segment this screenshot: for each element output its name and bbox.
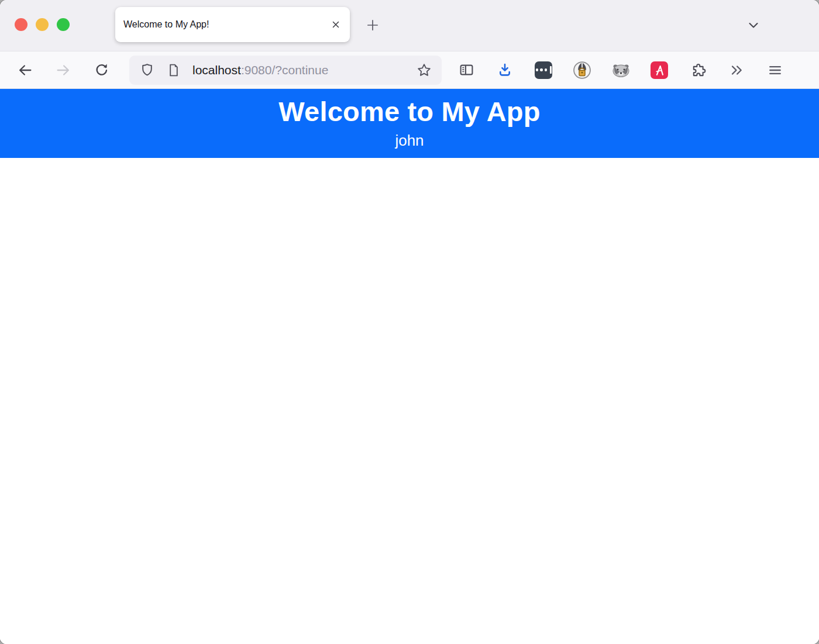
browser-window: Welcome to My App! [0,0,819,644]
downloads-button[interactable] [493,58,517,82]
url-host: localhost [192,63,241,77]
star-icon [417,63,432,78]
page-content: Welcome to My App john [0,89,819,644]
puzzle-piece-icon [690,62,706,78]
bookmark-button[interactable] [412,58,436,82]
tab-bar: Welcome to My App! [0,0,819,51]
red-a-extension-button[interactable] [648,58,671,82]
app-menu-button[interactable] [763,58,787,82]
privacy-lock-extension-icon [573,61,591,80]
toolbar-right-icons [455,58,787,82]
tracking-protection-button[interactable] [137,61,156,80]
password-manager-extension-button[interactable] [532,58,555,82]
extensions-button[interactable] [686,58,710,82]
close-window-button[interactable] [15,18,27,31]
page-title: Welcome to My App [278,97,540,126]
url-text: localhost:9080/?continue [192,63,328,77]
list-all-tabs-button[interactable] [744,16,763,34]
sidebar-icon [459,62,474,78]
page-body [0,158,819,644]
page-icon [167,63,181,77]
navigation-toolbar: localhost:9080/?continue [0,51,819,89]
double-chevron-right-icon [728,62,745,78]
red-a-extension-icon [651,61,668,79]
address-bar[interactable]: localhost:9080/?continue [129,56,442,85]
close-icon [331,20,340,29]
url-path: :9080/?continue [241,63,328,77]
site-information-button[interactable] [164,61,183,80]
hamburger-menu-icon [767,62,783,78]
tab-title: Welcome to My App! [123,19,329,30]
new-tab-button[interactable] [364,16,381,34]
badger-extension-button[interactable] [609,58,632,82]
reload-icon [94,62,109,78]
zoom-window-button[interactable] [57,18,70,31]
page-subtitle: john [395,132,424,150]
privacy-lock-extension-button[interactable] [570,58,594,82]
badger-extension-icon [611,60,631,80]
address-bar-left-icons [137,61,183,80]
back-button[interactable] [13,58,37,82]
plus-icon [365,18,380,33]
minimize-window-button[interactable] [36,18,49,31]
close-tab-button[interactable] [329,18,343,32]
reload-button[interactable] [90,58,113,82]
overflow-menu-button[interactable] [725,58,748,82]
window-controls [15,18,70,31]
chevron-down-icon [746,18,761,33]
shield-icon [140,63,154,77]
browser-tab[interactable]: Welcome to My App! [115,7,350,42]
nav-buttons [13,58,113,82]
password-manager-icon [535,61,552,79]
forward-button[interactable] [51,58,75,82]
sidebar-toggle-button[interactable] [455,58,478,82]
page-header: Welcome to My App john [0,89,819,158]
download-icon [497,62,513,78]
back-arrow-icon [17,62,33,78]
forward-arrow-icon [55,62,71,78]
